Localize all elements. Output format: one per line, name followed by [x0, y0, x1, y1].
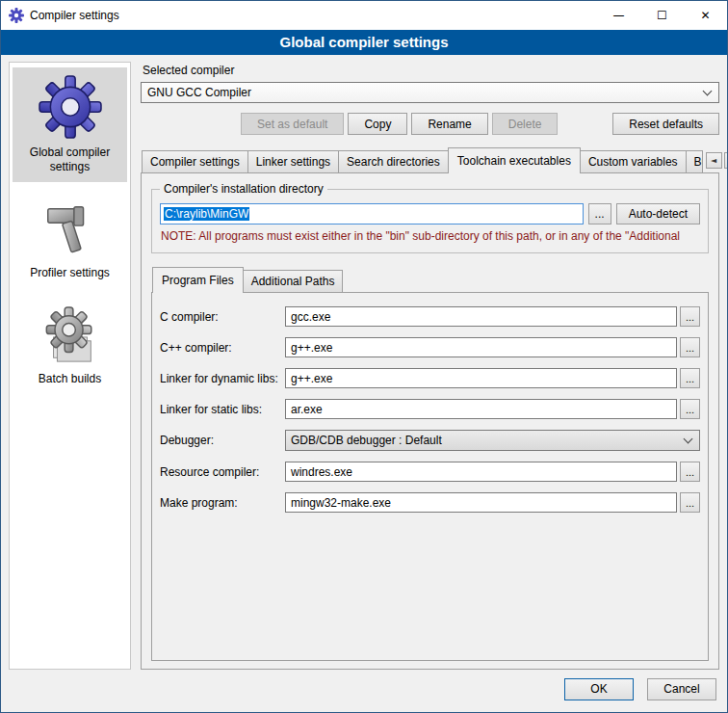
resource-compiler-input[interactable]: windres.exe [285, 462, 677, 482]
subtab-program-files[interactable]: Program Files [152, 267, 244, 293]
tab-build-options[interactable]: Buil [686, 150, 703, 172]
compiler-settings-window: Compiler settings — ☐ ✕ Global compiler … [0, 0, 728, 713]
tab-linker-settings[interactable]: Linker settings [247, 150, 339, 172]
reset-defaults-button[interactable]: Reset defaults [612, 113, 719, 135]
selected-compiler-value: GNU GCC Compiler [147, 86, 251, 99]
tab-toolchain-executables[interactable]: Toolchain executables [448, 147, 581, 173]
selected-compiler-dropdown[interactable]: GNU GCC Compiler [141, 82, 719, 103]
resource-compiler-label: Resource compiler: [160, 465, 285, 479]
bin-subdirectory-note: NOTE: All programs must exist either in … [161, 229, 700, 243]
delete-button[interactable]: Delete [492, 113, 559, 135]
cancel-button[interactable]: Cancel [647, 678, 716, 700]
program-subtabs: Program Files Additional Paths [151, 267, 709, 292]
make-program-value: mingw32-make.exe [291, 496, 391, 510]
tab-search-directories[interactable]: Search directories [338, 150, 449, 172]
close-button[interactable]: ✕ [684, 1, 727, 30]
make-program-label: Make program: [160, 496, 285, 510]
c-compiler-row: C compiler: gcc.exe ... [160, 306, 700, 327]
static-linker-label: Linker for static libs: [160, 403, 285, 416]
static-linker-browse-button[interactable]: ... [680, 399, 700, 419]
ok-button[interactable]: OK [564, 678, 634, 700]
program-files-panel: C compiler: gcc.exe ... C++ compiler: g+… [151, 292, 709, 661]
installation-directory-value: C:\raylib\MinGW [164, 207, 249, 221]
cpp-compiler-row: C++ compiler: g++.exe ... [160, 337, 700, 357]
sidebar-item-batch-builds[interactable]: Batch builds [13, 298, 127, 394]
dynamic-linker-browse-button[interactable]: ... [680, 368, 700, 388]
cpp-compiler-input[interactable]: g++.exe [285, 337, 677, 357]
c-compiler-label: C compiler: [160, 310, 285, 324]
debugger-label: Debugger: [160, 434, 285, 447]
dynamic-linker-label: Linker for dynamic libs: [160, 372, 285, 385]
sidebar-item-global-compiler-settings[interactable]: Global compiler settings [13, 67, 127, 182]
debugger-value: GDB/CDB debugger : Default [291, 434, 442, 447]
subtab-additional-paths[interactable]: Additional Paths [243, 270, 344, 292]
static-linker-input[interactable]: ar.exe [285, 399, 677, 419]
sidebar-item-profiler-settings[interactable]: Profiler settings [13, 192, 127, 288]
dynamic-linker-input[interactable]: g++.exe [285, 368, 677, 388]
dialog-body: Global compiler settings Profiler settin… [1, 55, 727, 673]
installation-directory-input[interactable]: C:\raylib\MinGW [160, 203, 584, 224]
tab-compiler-settings[interactable]: Compiler settings [142, 150, 248, 172]
maximize-button[interactable]: ☐ [640, 1, 684, 30]
static-linker-value: ar.exe [291, 403, 323, 416]
dialog-footer: OK Cancel [1, 673, 727, 712]
settings-sidebar: Global compiler settings Profiler settin… [9, 62, 131, 670]
profiler-tool-icon [40, 199, 100, 259]
dynamic-linker-value: g++.exe [291, 372, 332, 385]
auto-detect-button[interactable]: Auto-detect [616, 203, 700, 224]
make-program-browse-button[interactable]: ... [680, 492, 700, 513]
sidebar-item-label: Batch builds [39, 372, 101, 386]
cpp-compiler-value: g++.exe [291, 341, 332, 355]
installation-directory-row: C:\raylib\MinGW ... Auto-detect [160, 203, 700, 224]
minimize-button[interactable]: — [597, 1, 640, 30]
installation-directory-label: Compiler's installation directory [160, 182, 327, 196]
dynamic-linker-row: Linker for dynamic libs: g++.exe ... [160, 368, 700, 388]
compiler-buttons-row: Set as default Copy Rename Delete Reset … [141, 113, 719, 135]
c-compiler-browse-button[interactable]: ... [680, 306, 700, 327]
sidebar-item-label: Profiler settings [30, 266, 110, 280]
batch-gear-icon [40, 305, 100, 365]
c-compiler-value: gcc.exe [291, 310, 330, 324]
toolchain-executables-panel: Compiler's installation directory C:\ray… [141, 172, 719, 670]
tab-scroll-left-icon[interactable]: ◄ [706, 152, 722, 169]
c-compiler-input[interactable]: gcc.exe [285, 306, 677, 327]
cpp-compiler-browse-button[interactable]: ... [680, 337, 700, 357]
rename-button[interactable]: Rename [411, 113, 487, 135]
debugger-dropdown[interactable]: GDB/CDB debugger : Default [285, 430, 700, 451]
set-as-default-button[interactable]: Set as default [241, 113, 344, 135]
cpp-compiler-label: C++ compiler: [160, 341, 285, 355]
window-controls: — ☐ ✕ [597, 1, 727, 30]
settings-tabs: Compiler settings Linker settings Search… [141, 147, 719, 172]
copy-button[interactable]: Copy [348, 113, 407, 135]
main-panel: Selected compiler GNU GCC Compiler Set a… [141, 62, 719, 670]
tab-scroll-controls: ◄ ► [702, 152, 728, 169]
static-linker-row: Linker for static libs: ar.exe ... [160, 399, 700, 419]
tab-scroll-right-icon[interactable]: ► [724, 152, 728, 169]
window-title: Compiler settings [30, 9, 119, 22]
app-icon [9, 8, 24, 23]
resource-compiler-browse-button[interactable]: ... [680, 462, 700, 482]
titlebar[interactable]: Compiler settings — ☐ ✕ [1, 1, 727, 30]
make-program-input[interactable]: mingw32-make.exe [285, 492, 677, 513]
chevron-down-icon [684, 435, 693, 444]
make-program-row: Make program: mingw32-make.exe ... [160, 492, 700, 513]
dialog-header: Global compiler settings [1, 30, 727, 55]
sidebar-item-label: Global compiler settings [14, 145, 125, 174]
browse-directory-button[interactable]: ... [588, 203, 611, 224]
debugger-row: Debugger: GDB/CDB debugger : Default [160, 430, 700, 451]
tab-custom-variables[interactable]: Custom variables [580, 150, 687, 172]
resource-compiler-row: Resource compiler: windres.exe ... [160, 462, 700, 482]
blue-gear-icon [39, 75, 102, 139]
installation-directory-groupbox: Compiler's installation directory C:\ray… [151, 189, 709, 253]
chevron-down-icon [703, 87, 713, 96]
resource-compiler-value: windres.exe [291, 465, 352, 479]
selected-compiler-label: Selected compiler [143, 64, 719, 77]
